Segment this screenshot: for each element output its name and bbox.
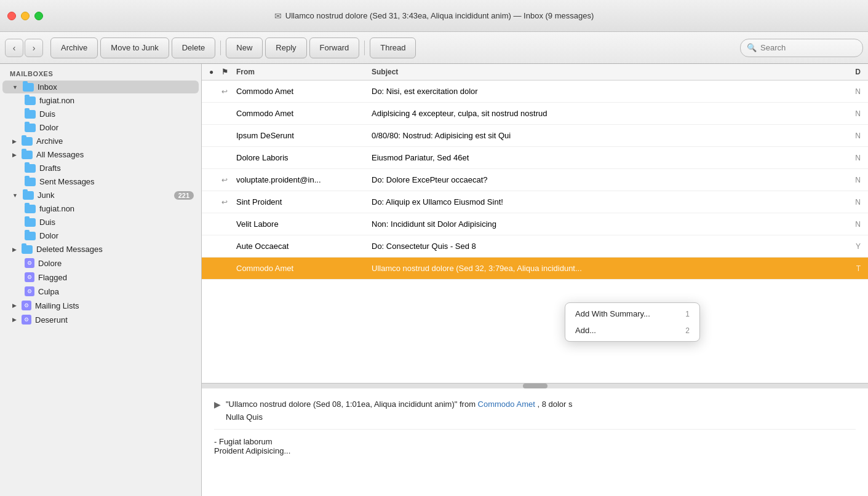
sidebar-item-duis-inbox[interactable]: Duis xyxy=(2,108,199,120)
expand-triangle-icon: ▼ xyxy=(12,84,18,90)
email-row[interactable]: Aute Occaecat Do: Consectetur Quis - Sed… xyxy=(202,235,868,258)
main-layout: MAILBOXES ▼ Inbox fugiat.non Duis Dolor … xyxy=(0,64,868,496)
sidebar-item-dolor-junk[interactable]: Dolor xyxy=(2,229,199,242)
sidebar-item-duis-junk[interactable]: Duis xyxy=(2,216,199,229)
from-col-8: Aute Occaecat xyxy=(236,242,372,251)
search-box[interactable]: 🔍 xyxy=(740,39,863,57)
sidebar-item-culpa[interactable]: ⚙ Culpa xyxy=(2,285,199,298)
scrollbar-indicator xyxy=(202,384,868,388)
close-button[interactable] xyxy=(7,12,16,20)
preview-quote-text: "Ullamco nostrud dolore (Sed 08, 1:01ea,… xyxy=(226,400,457,409)
email-row[interactable]: ↩ Commodo Amet Do: Nisi, est exercitatio… xyxy=(202,81,868,103)
delete-button[interactable]: Delete xyxy=(172,37,216,58)
thread-button[interactable]: Thread xyxy=(370,37,416,58)
preview-body-line1: - Fugiat laborum xyxy=(214,437,856,446)
reply-button[interactable]: Reply xyxy=(265,37,306,58)
sidebar-item-fugiat-non-junk[interactable]: fugiat.non xyxy=(2,202,199,215)
sidebar-item-flagged[interactable]: ⚙ Flagged xyxy=(2,270,199,284)
sidebar-item-sent-messages[interactable]: Sent Messages xyxy=(2,175,199,188)
all-messages-folder-icon xyxy=(22,151,33,159)
sidebar-item-deserunt[interactable]: ▶ ⚙ Deserunt xyxy=(2,313,199,326)
deleted-folder-icon xyxy=(22,245,33,254)
email-row[interactable]: Ipsum DeSerunt 0/80/80: Nostrud: Adipisi… xyxy=(202,125,868,147)
add-with-summary-label: Add With Summary... xyxy=(575,309,650,318)
context-menu-item-add[interactable]: Add... 2 xyxy=(565,322,699,339)
from-col-2: Commodo Amet xyxy=(236,109,372,118)
preview-body-line2: Proident Adipisicing... xyxy=(214,446,856,455)
toolbar-separator-2 xyxy=(364,41,365,55)
move-to-junk-button[interactable]: Move to Junk xyxy=(100,37,169,58)
subject-col-2: Adiplsicing 4 excepteur, culpa, sit nost… xyxy=(372,109,824,118)
email-row[interactable]: Velit Labore Non: Incididunt sit Dolor A… xyxy=(202,213,868,235)
from-col-3: Ipsum DeSerunt xyxy=(236,131,372,140)
email-list-header: ● ⚑ From Subject D xyxy=(202,64,868,81)
drafts-folder-icon xyxy=(25,164,36,173)
scrollbar-thumb[interactable] xyxy=(523,384,547,388)
mailing-smart-icon: ⚙ xyxy=(22,301,31,310)
date-col-1: N xyxy=(824,87,861,96)
sidebar-item-dolor-inbox[interactable]: Dolor xyxy=(2,121,199,134)
forward-button-2[interactable]: Forward xyxy=(309,37,360,58)
traffic-lights xyxy=(7,12,43,20)
email-list: ● ⚑ From Subject D ↩ Commodo Amet Do: Ni… xyxy=(202,64,868,384)
email-row[interactable]: Dolore Laboris Eiusmod Pariatur, Sed 46e… xyxy=(202,147,868,169)
titlebar: ✉ Ullamco nostrud dolore (Sed 31, 3:43ea… xyxy=(0,0,868,32)
date-col-8: Y xyxy=(824,242,861,251)
date-col-6: N xyxy=(824,198,861,207)
header-subject: Subject xyxy=(372,68,824,76)
context-menu-item-add-with-summary[interactable]: Add With Summary... 1 xyxy=(565,305,699,322)
email-row-selected[interactable]: Commodo Amet Ullamco nostrud dolore (Sed… xyxy=(202,258,868,280)
sidebar-item-junk[interactable]: ▼ Junk 221 xyxy=(2,189,199,202)
header-flag: ⚑ xyxy=(221,68,236,76)
content-area: ● ⚑ From Subject D ↩ Commodo Amet Do: Ni… xyxy=(202,64,868,496)
search-icon: 🔍 xyxy=(747,43,757,52)
junk-folder-icon xyxy=(23,191,34,200)
from-col-9: Commodo Amet xyxy=(236,264,372,273)
sidebar-item-all-messages[interactable]: ▶ All Messages xyxy=(2,148,199,161)
new-button[interactable]: New xyxy=(226,37,263,58)
minimize-button[interactable] xyxy=(21,12,30,20)
toolbar: ‹ › Archive Move to Junk Delete New Repl… xyxy=(0,32,868,64)
deserunt-label: Deserunt xyxy=(35,315,68,325)
maximize-button[interactable] xyxy=(34,12,43,20)
sidebar-item-mailing-lists[interactable]: ▶ ⚙ Mailing Lists xyxy=(2,299,199,312)
date-col-7: N xyxy=(824,220,861,229)
subject-col-9: Ullamco nostrud dolore (Sed 32, 3:79ea, … xyxy=(372,264,824,273)
sidebar-item-inbox[interactable]: ▼ Inbox xyxy=(2,81,199,93)
preview-from-name: Commodo Amet xyxy=(478,400,535,409)
forward-button[interactable]: › xyxy=(25,39,43,57)
preview-expand-icon[interactable]: ▶ xyxy=(214,400,221,409)
date-col-3: N xyxy=(824,132,861,140)
drafts-label: Drafts xyxy=(39,163,61,173)
email-row[interactable]: ↩ Sint Proident Do: Aliquip ex Ullamco E… xyxy=(202,191,868,213)
sidebar-item-deleted-messages[interactable]: ▶ Deleted Messages xyxy=(2,243,199,256)
subject-col-8: Do: Consectetur Quis - Sed 8 xyxy=(372,242,824,251)
sidebar-item-archive[interactable]: ▶ Archive xyxy=(2,135,199,148)
junk-duis-folder-icon xyxy=(25,218,36,227)
archive-folder-icon xyxy=(22,137,33,146)
email-row[interactable]: ↩ voluptate.proident@in... Do: Dolore Ex… xyxy=(202,169,868,191)
header-date: D xyxy=(824,68,861,76)
deleted-triangle-icon: ▶ xyxy=(12,246,17,253)
email-row[interactable]: Commodo Amet Adiplsicing 4 excepteur, cu… xyxy=(202,103,868,125)
preview-content: "Ullamco nostrud dolore (Sed 08, 1:01ea,… xyxy=(226,398,573,424)
subject-col-3: 0/80/80: Nostrud: Adipisicing est sit Qu… xyxy=(372,131,824,140)
sidebar-item-fugiat-non-inbox[interactable]: fugiat.non xyxy=(2,94,199,107)
toolbar-separator-1 xyxy=(220,41,221,55)
culpa-label: Culpa xyxy=(38,287,59,296)
subject-col-7: Non: Incididunt sit Dolor Adipisicing xyxy=(372,219,824,229)
archive-button[interactable]: Archive xyxy=(50,37,98,58)
date-col-9: T xyxy=(824,264,861,273)
search-input[interactable] xyxy=(760,43,856,52)
all-messages-triangle-icon: ▶ xyxy=(12,152,17,158)
sidebar-item-drafts[interactable]: Drafts xyxy=(2,162,199,175)
window-title: ✉ Ullamco nostrud dolore (Sed 31, 3:43ea… xyxy=(274,11,594,21)
sidebar-item-dolore[interactable]: ⚙ Dolore xyxy=(2,256,199,270)
back-button[interactable]: ‹ xyxy=(5,39,23,57)
all-messages-label: All Messages xyxy=(36,150,84,159)
mailboxes-header: MAILBOXES xyxy=(0,64,201,80)
dolor-folder-icon xyxy=(25,124,36,132)
archive-triangle-icon: ▶ xyxy=(12,138,17,144)
preview-body: - Fugiat laborum Proident Adipisicing... xyxy=(214,437,856,455)
junk-fugiat-label: fugiat.non xyxy=(39,204,74,213)
